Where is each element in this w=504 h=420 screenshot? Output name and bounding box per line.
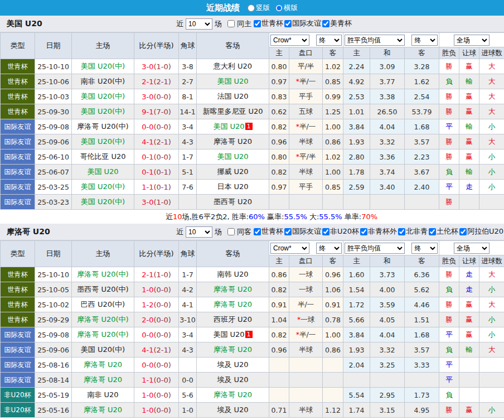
match-type-badge: 非U20杯 [1, 403, 35, 418]
team-name: 美国 U20 [213, 330, 244, 339]
match-score: 0-1(0-0) [134, 149, 179, 165]
average-final-select[interactable]: 终 [411, 35, 438, 46]
cup-checkbox[interactable] [254, 20, 261, 27]
result-handicap: 赢 [459, 403, 479, 418]
cup-label: 美青杯 [330, 18, 352, 28]
sub-header-handicap-result: 让球 [459, 255, 479, 267]
match-row: 国际友谊25-09-06美国 U20(中)4-1(2-1)4-3摩洛哥 U200… [1, 134, 504, 149]
match-row: 国际友谊25-06-10哥伦比亚 U200-1(0-0)1-7美国 U200.8… [1, 149, 504, 165]
match-date: 25-05-19 [35, 388, 72, 403]
half-score: (1-0) [153, 198, 171, 206]
match-type-badge: 世青杯 [1, 59, 35, 74]
view-option-horizontal[interactable]: 横版 [272, 3, 298, 13]
away-team: 美国 U201 [197, 327, 269, 342]
team-name: 新喀里多尼亚 U20 [202, 107, 263, 115]
result-goals [479, 373, 504, 388]
cup-filters: 世青杯国际友谊非U20杯非青杯外北非青土伦杯阿拉伯U20 [253, 226, 503, 237]
team-name: 美国 U20 [87, 167, 118, 176]
handicap-name: 半/一 [299, 330, 316, 339]
view-option-vertical[interactable]: 竖版 [244, 3, 270, 13]
cup-checkbox[interactable] [322, 228, 329, 235]
team-name: 挪威 U20 [217, 167, 248, 176]
cup-filter[interactable]: 国际友谊 [283, 18, 321, 28]
result-goals: 小 [479, 327, 504, 342]
cup-filter[interactable]: 阿拉伯U20 [458, 226, 503, 236]
away-team: 美国 U20 [197, 149, 269, 165]
team-name: 摩洛哥 U20 [84, 375, 122, 384]
same-venue-filter[interactable]: 同主 [227, 19, 251, 29]
fulltime-select[interactable]: 全场 [454, 243, 490, 254]
cup-checkbox[interactable] [284, 228, 292, 235]
result-goals: 大 [479, 297, 504, 312]
cup-filter[interactable]: 非青杯外 [359, 226, 397, 236]
handicap-final-select[interactable]: 终 [316, 243, 342, 254]
cup-filter[interactable]: 国际友谊 [283, 226, 321, 236]
odds-home: 0.91 [269, 297, 289, 312]
avg-draw: 3.32 [370, 342, 405, 358]
half-score: (0-1) [153, 183, 171, 191]
odds-source-select[interactable]: Crow* [270, 35, 309, 46]
col-header-home: 主场 [72, 241, 134, 267]
horizontal-radio-label: 横版 [284, 3, 298, 13]
result-outcome: 勝 [439, 403, 459, 418]
avg-lose: 3.67 [405, 165, 439, 180]
horizontal-radio[interactable] [275, 4, 283, 12]
sub-header-handicap-result: 让球 [459, 47, 479, 59]
full-score: 0-0 [142, 123, 153, 131]
sub-header-handicap: 盘口 [289, 47, 323, 59]
match-count-select[interactable]: 10 [186, 226, 212, 238]
team-name: 埃及 U20 [217, 405, 248, 414]
cup-checkbox[interactable] [459, 228, 467, 235]
half-score: (0-0) [153, 286, 171, 294]
avg-draw: 2.95 [370, 388, 405, 403]
half-score: (0-0) [153, 316, 171, 324]
result-outcome: 平 [439, 373, 459, 388]
handicap-group-header: Crow* 终 [269, 241, 343, 255]
cup-checkbox[interactable] [284, 20, 292, 27]
average-final-select[interactable]: 终 [411, 243, 438, 254]
average-odds-select[interactable]: 胜平负均值 [345, 35, 405, 46]
avg-draw: 3.74 [370, 165, 405, 180]
sub-header-home-odds: 主 [269, 47, 289, 59]
cup-checkbox[interactable] [429, 228, 436, 235]
cup-checkbox[interactable] [254, 228, 261, 235]
away-team: 摩洛哥 U20 [197, 282, 269, 297]
odds-home [269, 388, 289, 403]
vertical-radio[interactable] [248, 4, 255, 12]
odds-handicap: *半/一 [289, 327, 323, 342]
odds-away [323, 358, 343, 373]
cup-filter[interactable]: 土伦杯 [428, 226, 458, 236]
odds-handicap: *一球 [289, 312, 323, 327]
cup-filter[interactable]: 北非青 [397, 226, 428, 236]
match-count-select[interactable]: 10 [186, 18, 212, 30]
filters-bar: 近 10 场 同主 世青杯国际友谊美青杯 [176, 16, 352, 32]
avg-draw: 3.09 [370, 59, 405, 74]
team-name: 美国 U20(中) [81, 197, 125, 206]
cup-filter[interactable]: 非U20杯 [321, 226, 359, 236]
match-score: 3-0(1-0) [134, 195, 179, 210]
cup-checkbox[interactable] [322, 20, 329, 27]
cup-checkbox[interactable] [360, 228, 367, 235]
same-venue-checkbox[interactable] [227, 228, 235, 235]
match-type-badge: 非U20杯 [1, 388, 35, 403]
result-handicap [459, 195, 479, 210]
cup-filter[interactable]: 美青杯 [321, 18, 352, 28]
fulltime-select[interactable]: 全场 [454, 35, 490, 46]
result-goals [479, 195, 504, 210]
odds-source-select[interactable]: Crow* [270, 243, 309, 254]
same-venue-checkbox[interactable] [227, 20, 235, 27]
cup-filter[interactable]: 世青杯 [253, 18, 283, 28]
result-outcome: 平 [439, 358, 459, 373]
handicap-final-select[interactable]: 终 [316, 35, 342, 46]
half-score: (2-1) [153, 78, 171, 86]
average-odds-select[interactable]: 胜平负均值 [345, 243, 405, 254]
filters-bar: 近 10 场 同客 世青杯国际友谊非U20杯非青杯外北非青土伦杯阿拉伯U20 [176, 224, 503, 240]
match-type-badge: 世青杯 [1, 104, 35, 119]
sub-header-home-odds: 主 [269, 255, 289, 267]
odds-home: 0.97 [269, 74, 289, 89]
cup-filter[interactable]: 世青杯 [253, 226, 283, 236]
same-venue-filter[interactable]: 同客 [227, 227, 251, 237]
result-goals: 大 [479, 267, 504, 282]
handicap-name: 平手 [299, 182, 313, 191]
cup-checkbox[interactable] [398, 228, 405, 235]
